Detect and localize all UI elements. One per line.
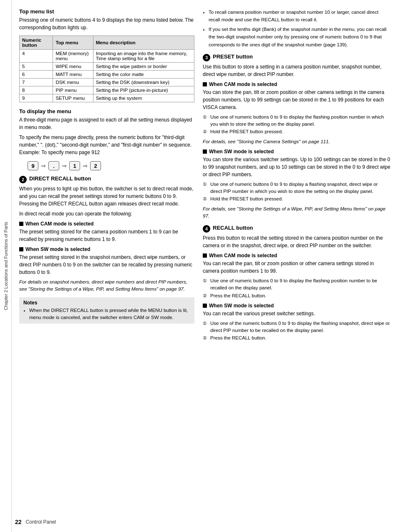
- dr-sw-mode-heading: When SW mode is selected: [19, 246, 194, 252]
- preset-intro: Use this button to store a setting in a …: [203, 63, 390, 78]
- preset-cam-title: When CAM mode is selected: [209, 81, 277, 87]
- table-cell: 8: [20, 86, 53, 94]
- recall-sw-text: You can recall the various preset switch…: [203, 310, 390, 317]
- table-cell: Setting the color matte: [93, 71, 194, 79]
- square-icon-3: [203, 82, 207, 86]
- square-icon-1: [19, 222, 23, 226]
- list-item: If you set the tenths digit (Bank) of th…: [209, 25, 390, 48]
- preset-sw-title: When SW mode is selected: [209, 149, 274, 155]
- table-cell: PIP menu: [53, 86, 93, 94]
- display-menu-title: To display the menu: [19, 108, 194, 114]
- recall-intro: Press this button to recall the setting …: [203, 234, 390, 249]
- sidebar: Chapter 2 Locations and Functions of Par…: [0, 0, 12, 532]
- list-item: ②Press the RECALL button.: [203, 292, 390, 299]
- notes-list: When the DIRECT RECALL button is pressed…: [23, 307, 190, 322]
- notes-box: Notes When the DIRECT RECALL button is p…: [19, 297, 194, 324]
- recall-cam-text: You can recall the pan, tilt or zoom pos…: [203, 260, 390, 275]
- circle-num-3: 3: [203, 54, 210, 61]
- table-cell: WIPE menu: [53, 63, 93, 71]
- arrow3: ⇒: [83, 162, 88, 169]
- sidebar-label: Chapter 2 Locations and Functions of Par…: [3, 222, 8, 310]
- preset-sw-heading: When SW mode is selected: [203, 149, 390, 155]
- key-dot: .: [48, 161, 59, 170]
- col-header-top: Top menu: [53, 36, 93, 50]
- page-footer: 22 Control Panel: [15, 519, 56, 525]
- menu-example: 9 ⇒ . ⇒ 1 ⇒ 2: [28, 161, 194, 170]
- dr-cam-mode-title: When CAM mode is selected: [25, 221, 93, 227]
- top-bullets: To recall camera position number or snap…: [203, 8, 390, 48]
- display-menu-para1: A three-digit menu page is assigned to e…: [19, 116, 194, 131]
- notes-label: Notes: [23, 300, 190, 306]
- key-9: 9: [28, 161, 38, 170]
- page-container: Chapter 2 Locations and Functions of Par…: [0, 0, 398, 532]
- direct-recall-title: DIRECT RECALL button: [29, 175, 91, 182]
- preset-cam-heading: When CAM mode is selected: [203, 81, 390, 87]
- list-item: ①Use one of the numeric buttons 0 to 9 t…: [203, 320, 390, 334]
- square-icon-6: [203, 304, 207, 308]
- col-header-numeric: Numeric button: [20, 36, 53, 50]
- list-item: ①Use one of numeric buttons 0 to 9 to di…: [203, 181, 390, 195]
- preset-italic1: For details, see "Storing the Camera Set…: [203, 138, 390, 145]
- direct-recall-para1: When you press to light up this button, …: [19, 185, 194, 208]
- table-cell: Setting the DSK (downstream key): [93, 79, 194, 86]
- arrow2: ⇒: [62, 162, 67, 169]
- table-cell: SETUP menu: [53, 94, 93, 102]
- direct-recall-para2: In direct recall mode you can operate th…: [19, 210, 194, 218]
- circle-num-4: 4: [203, 225, 210, 233]
- table-cell: 5: [20, 63, 53, 71]
- key-2: 2: [90, 161, 101, 170]
- preset-button-title: PRESET button: [213, 53, 253, 60]
- square-icon-5: [203, 253, 207, 258]
- footer-label: Control Panel: [26, 519, 56, 525]
- preset-cam-steps: ①Use one of numeric buttons 0 to 9 to di…: [203, 114, 390, 136]
- recall-button-heading: 4 RECALL button: [203, 225, 390, 233]
- preset-sw-text: You can store the various switcher setti…: [203, 156, 390, 178]
- dr-sw-mode-text: The preset setting stored in the snapsho…: [19, 253, 194, 276]
- recall-sw-steps: ①Use one of the numeric buttons 0 to 9 t…: [203, 320, 390, 342]
- preset-italic2: For details, see "Storing the Settings o…: [203, 205, 390, 220]
- list-item: ②Press the RECALL button.: [203, 334, 390, 342]
- key-1: 1: [69, 161, 80, 170]
- top-menu-list-desc: Pressing one of numeric buttons 4 to 9 d…: [19, 16, 194, 31]
- menu-table: Numeric button Top menu Menu description…: [19, 35, 194, 102]
- recall-cam-title: When CAM mode is selected: [209, 253, 277, 258]
- recall-button-title: RECALL button: [213, 225, 253, 231]
- main-content: Top menu list Pressing one of numeric bu…: [12, 0, 398, 532]
- page-number: 22: [15, 519, 22, 525]
- preset-cam-text: You can store the pan, tilt or zoom posi…: [203, 89, 390, 111]
- square-icon-4: [203, 149, 207, 154]
- recall-cam-steps: ①Use one of numeric buttons 0 to 9 to di…: [203, 277, 390, 299]
- table-cell: Importing an image into the frame memory…: [93, 50, 194, 63]
- dr-sw-mode-title: When SW mode is selected: [25, 246, 90, 252]
- list-item: ②Hold the PRESET button pressed.: [203, 128, 390, 135]
- table-cell: 4: [20, 50, 53, 63]
- preset-sw-steps: ①Use one of numeric buttons 0 to 9 to di…: [203, 181, 390, 203]
- display-menu-para2: To specify the menu page directly, press…: [19, 134, 194, 156]
- recall-sw-heading: When SW mode is selected: [203, 303, 390, 309]
- list-item: When the DIRECT RECALL button is pressed…: [29, 307, 190, 322]
- table-cell: 9: [20, 94, 53, 102]
- dr-cam-mode-heading: When CAM mode is selected: [19, 221, 194, 227]
- top-menu-list-title: Top menu list: [19, 8, 194, 15]
- right-column: To recall camera position number or snap…: [203, 8, 390, 524]
- list-item: ①Use one of numeric buttons 0 to 9 to di…: [203, 277, 390, 292]
- list-item: ①Use one of numeric buttons 0 to 9 to di…: [203, 114, 390, 128]
- table-cell: MEM (memory) menu: [53, 50, 93, 63]
- recall-cam-heading: When CAM mode is selected: [203, 253, 390, 258]
- list-item: To recall camera position number or snap…: [209, 8, 390, 24]
- table-cell: Setting up the system: [93, 94, 194, 102]
- left-column: Top menu list Pressing one of numeric bu…: [19, 8, 194, 524]
- table-cell: 6: [20, 71, 53, 79]
- direct-recall-heading: 2 DIRECT RECALL button: [19, 175, 194, 183]
- circle-num-2: 2: [19, 176, 27, 183]
- table-cell: Setting the PIP (picture-in-picture): [93, 86, 194, 94]
- direct-recall-italic: For details on snapshot numbers, direct …: [19, 279, 194, 293]
- dr-cam-mode-text: The preset setting stored for the camera…: [19, 228, 194, 243]
- recall-sw-title: When SW mode is selected: [209, 303, 274, 309]
- arrow1: ⇒: [41, 162, 46, 169]
- list-item: ②Hold the PRESET button pressed.: [203, 195, 390, 203]
- preset-button-heading: 3 PRESET button: [203, 53, 390, 61]
- table-cell: MATT menu: [53, 71, 93, 79]
- table-cell: DSK menu: [53, 79, 93, 86]
- table-cell: Setting the wipe pattern or border: [93, 63, 194, 71]
